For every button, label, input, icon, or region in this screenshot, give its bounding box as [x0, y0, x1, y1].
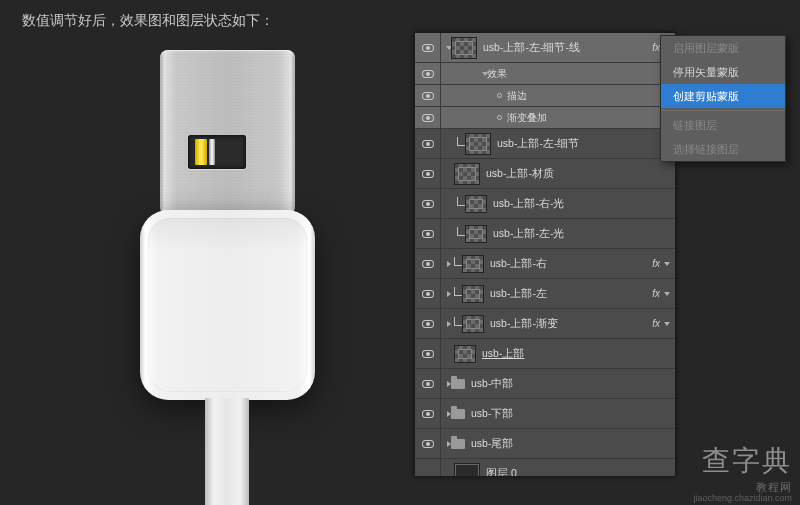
effect-label: 效果 — [487, 67, 675, 81]
layer-thumbnail[interactable] — [462, 255, 484, 273]
usb-cable — [205, 398, 249, 505]
visibility-toggle[interactable] — [415, 279, 441, 308]
layer-name-label[interactable]: usb-上部-右 — [490, 257, 675, 271]
bullet-icon — [497, 115, 502, 120]
visibility-toggle[interactable] — [415, 339, 441, 368]
context-menu-item[interactable]: 创建剪贴蒙版 — [661, 84, 785, 108]
chevron-down-icon — [664, 262, 670, 266]
layer-indent — [441, 45, 451, 51]
eye-icon — [422, 114, 434, 122]
visibility-toggle[interactable] — [415, 249, 441, 278]
visibility-toggle[interactable] — [415, 85, 441, 106]
fx-indicator[interactable]: fx — [652, 318, 670, 329]
expand-arrow-icon[interactable] — [447, 261, 451, 267]
layer-name-label[interactable]: usb-中部 — [471, 377, 675, 391]
eye-icon — [422, 380, 434, 388]
usb-metal-plug — [160, 50, 295, 215]
layer-name-label[interactable]: usb-上部 — [482, 347, 675, 361]
effect-indent — [441, 115, 507, 120]
folder-icon — [451, 439, 465, 449]
layer-name-label[interactable]: usb-上部-材质 — [486, 167, 675, 181]
visibility-toggle[interactable] — [415, 189, 441, 218]
chevron-down-icon — [664, 322, 670, 326]
layer-thumbnail[interactable] — [462, 315, 484, 333]
layer-name-label[interactable]: usb-尾部 — [471, 437, 675, 451]
eye-icon — [422, 290, 434, 298]
layer-name-label[interactable]: usb-上部-左 — [490, 287, 675, 301]
layer-thumbnail[interactable] — [465, 133, 491, 155]
layer-row[interactable]: usb-上部-右fx — [415, 249, 675, 279]
visibility-toggle[interactable] — [415, 369, 441, 398]
layer-name-label[interactable]: usb-上部-左-细节 — [497, 137, 675, 151]
visibility-toggle[interactable] — [415, 399, 441, 428]
layer-effect-row[interactable]: 描边 — [415, 85, 675, 107]
usb-gold-pin — [195, 139, 207, 165]
layer-row[interactable]: usb-下部 — [415, 399, 675, 429]
layer-name-label[interactable]: usb-上部-右-光 — [493, 197, 675, 211]
visibility-toggle[interactable] — [415, 33, 441, 62]
visibility-toggle[interactable] — [415, 219, 441, 248]
layer-row[interactable]: 图层 0 — [415, 459, 675, 477]
layer-thumbnail[interactable] — [454, 345, 476, 363]
layer-thumbnail[interactable] — [454, 163, 480, 185]
visibility-toggle[interactable] — [415, 429, 441, 458]
layer-indent — [441, 441, 451, 447]
context-menu-item: 启用图层蒙版 — [661, 36, 785, 60]
expand-arrow-icon[interactable] — [447, 291, 451, 297]
eye-icon — [422, 350, 434, 358]
layer-row[interactable]: usb-上部-渐变fx — [415, 309, 675, 339]
visibility-toggle[interactable] — [415, 459, 441, 477]
layer-row[interactable]: usb-尾部 — [415, 429, 675, 459]
effect-indent — [441, 93, 507, 98]
layer-effect-row[interactable]: 渐变叠加 — [415, 107, 675, 129]
visibility-toggle[interactable] — [415, 129, 441, 158]
layer-name-label[interactable]: usb-上部-渐变 — [490, 317, 675, 331]
layer-row[interactable]: usb-中部 — [415, 369, 675, 399]
clip-indicator-icon — [454, 287, 462, 296]
layer-row[interactable]: usb-上部-左-光 — [415, 219, 675, 249]
folder-icon — [451, 409, 465, 419]
layer-thumbnail[interactable] — [465, 195, 487, 213]
layer-row[interactable]: usb-上部-左-细节 — [415, 129, 675, 159]
watermark-logo: 查字典 — [702, 442, 792, 480]
visibility-toggle[interactable] — [415, 159, 441, 188]
bullet-icon — [497, 93, 502, 98]
effect-label: 渐变叠加 — [507, 111, 675, 125]
layer-indent — [441, 287, 462, 300]
visibility-toggle[interactable] — [415, 63, 441, 84]
clip-indicator-icon — [457, 227, 465, 236]
layer-row[interactable]: usb-上部-材质 — [415, 159, 675, 189]
layer-name-label[interactable]: usb-下部 — [471, 407, 675, 421]
layer-thumbnail[interactable] — [462, 285, 484, 303]
visibility-toggle[interactable] — [415, 309, 441, 338]
layer-row[interactable]: usb-上部-左fx — [415, 279, 675, 309]
expand-arrow-icon[interactable] — [447, 321, 451, 327]
layer-row[interactable]: usb-上部-左-细节-线fx — [415, 33, 675, 63]
eye-icon — [422, 440, 434, 448]
eye-icon — [422, 70, 434, 78]
fx-indicator[interactable]: fx — [652, 288, 670, 299]
layer-thumbnail[interactable] — [454, 463, 480, 478]
effect-label: 描边 — [507, 89, 675, 103]
layers-panel: usb-上部-左-细节-线fx效果描边渐变叠加usb-上部-左-细节usb-上部… — [414, 32, 676, 477]
layer-row[interactable]: usb-上部 — [415, 339, 675, 369]
page-caption: 数值调节好后，效果图和图层状态如下： — [22, 12, 274, 30]
layer-effect-row[interactable]: 效果 — [415, 63, 675, 85]
eye-icon — [422, 230, 434, 238]
context-menu-item[interactable]: 停用矢量蒙版 — [661, 60, 785, 84]
layer-name-label[interactable]: 图层 0 — [486, 467, 675, 478]
result-preview — [110, 40, 360, 500]
fx-indicator[interactable]: fx — [652, 258, 670, 269]
folder-icon — [451, 379, 465, 389]
layer-name-label[interactable]: usb-上部-左-细节-线 — [483, 41, 675, 55]
layer-thumbnail[interactable] — [465, 225, 487, 243]
menu-separator — [661, 110, 785, 111]
layer-thumbnail[interactable] — [451, 37, 477, 59]
layer-row[interactable]: usb-上部-右-光 — [415, 189, 675, 219]
eye-icon — [422, 170, 434, 178]
expand-arrow-icon[interactable] — [482, 72, 488, 76]
layer-name-label[interactable]: usb-上部-左-光 — [493, 227, 675, 241]
eye-icon — [422, 260, 434, 268]
visibility-toggle[interactable] — [415, 107, 441, 128]
layer-indent — [441, 411, 451, 417]
